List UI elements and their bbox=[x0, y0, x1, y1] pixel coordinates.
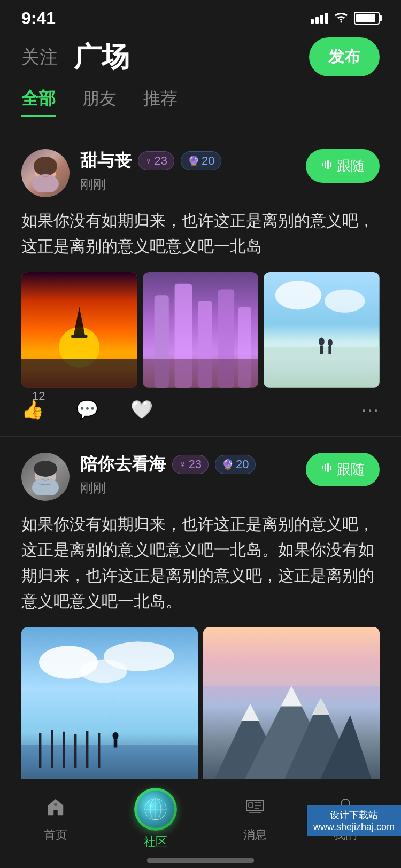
comment-icon: 💬 bbox=[76, 399, 98, 420]
svg-point-5 bbox=[48, 168, 51, 173]
home-indicator bbox=[147, 858, 254, 863]
post-user-info: 甜与丧 ♀ 23 🔮 20 刚刚 bbox=[80, 149, 306, 193]
svg-rect-44 bbox=[39, 733, 41, 768]
svg-point-24 bbox=[325, 290, 365, 313]
wifi-icon bbox=[334, 10, 349, 27]
post-header: 陪你去看海 ♀ 23 🔮 20 刚刚 bbox=[21, 453, 380, 501]
image-grid bbox=[21, 272, 380, 388]
svg-rect-51 bbox=[114, 739, 118, 747]
post-header: 甜与丧 ♀ 23 🔮 20 刚刚 跟 bbox=[21, 149, 380, 197]
username-row: 甜与丧 ♀ 23 🔮 20 bbox=[80, 149, 306, 173]
post-actions: 12 👍 💬 🤍 ··· bbox=[21, 399, 380, 420]
post-time: 刚刚 bbox=[80, 479, 306, 497]
svg-rect-7 bbox=[325, 161, 326, 168]
avatar[interactable] bbox=[21, 149, 70, 197]
heart-icon: 🤍 bbox=[130, 399, 153, 420]
status-icons bbox=[311, 10, 380, 27]
nav-messages[interactable]: 消息 bbox=[243, 795, 267, 843]
post-content: 如果你没有如期归来，也许这正是离别的意义吧，这正是离别的意义吧意义吧一北岛 bbox=[21, 208, 380, 259]
tab-all[interactable]: 全部 bbox=[21, 87, 56, 117]
svg-rect-67 bbox=[249, 803, 253, 807]
svg-point-61 bbox=[54, 803, 57, 806]
svg-rect-49 bbox=[98, 733, 100, 768]
tab-friends[interactable]: 朋友 bbox=[82, 87, 117, 117]
home-icon bbox=[44, 795, 67, 824]
svg-rect-12 bbox=[21, 359, 137, 388]
svg-rect-38 bbox=[330, 466, 331, 470]
badge-level: 🔮 20 bbox=[215, 455, 256, 474]
svg-rect-35 bbox=[322, 466, 323, 469]
svg-rect-8 bbox=[327, 160, 329, 169]
tab-recommend[interactable]: 推荐 bbox=[143, 87, 178, 117]
status-time: 9:41 bbox=[21, 9, 56, 28]
watermark: 设计下载站 www.shejizhaj.com bbox=[307, 805, 401, 836]
header-follow-tab[interactable]: 关注 bbox=[21, 45, 58, 69]
svg-point-42 bbox=[80, 659, 127, 683]
svg-point-31 bbox=[34, 461, 57, 477]
status-bar: 9:41 bbox=[0, 0, 401, 32]
image-grid bbox=[21, 627, 380, 803]
badge-gender: ♀ 23 bbox=[138, 151, 174, 170]
post-username: 陪你去看海 bbox=[80, 453, 166, 476]
badge-gender: ♀ 23 bbox=[172, 455, 209, 474]
badge-level: 🔮 20 bbox=[181, 151, 221, 170]
svg-rect-46 bbox=[63, 731, 65, 768]
avatar[interactable] bbox=[21, 453, 70, 501]
follow-icon bbox=[321, 462, 333, 477]
post-image-3[interactable] bbox=[264, 272, 380, 388]
svg-rect-6 bbox=[322, 163, 323, 166]
comment-button[interactable]: 💬 bbox=[76, 399, 98, 420]
svg-rect-9 bbox=[330, 162, 331, 167]
post-image-1[interactable] bbox=[21, 272, 137, 388]
post-username: 甜与丧 bbox=[80, 149, 132, 173]
svg-rect-36 bbox=[325, 464, 326, 471]
post-user-info: 陪你去看海 ♀ 23 🔮 20 刚刚 bbox=[80, 453, 306, 497]
follow-button[interactable]: 跟随 bbox=[306, 149, 380, 183]
signal-icon bbox=[311, 13, 328, 24]
header: 关注 广场 发布 bbox=[0, 32, 401, 87]
svg-point-28 bbox=[328, 339, 333, 346]
svg-point-4 bbox=[40, 168, 43, 173]
svg-point-50 bbox=[113, 732, 119, 739]
svg-rect-21 bbox=[143, 359, 259, 388]
svg-point-0 bbox=[341, 21, 342, 22]
svg-point-23 bbox=[275, 281, 322, 309]
publish-button[interactable]: 发布 bbox=[309, 37, 380, 76]
svg-rect-45 bbox=[51, 730, 53, 768]
tab-bar: 全部 朋友 推荐 bbox=[0, 87, 401, 117]
nav-home-label: 首页 bbox=[44, 827, 67, 843]
svg-point-26 bbox=[319, 337, 325, 345]
community-button[interactable] bbox=[134, 788, 177, 831]
svg-rect-27 bbox=[320, 346, 323, 354]
svg-rect-29 bbox=[329, 346, 331, 354]
svg-point-2 bbox=[34, 157, 57, 176]
svg-rect-37 bbox=[327, 463, 329, 472]
nav-messages-label: 消息 bbox=[243, 827, 267, 843]
post-time: 刚刚 bbox=[80, 176, 306, 193]
favorite-button[interactable]: 🤍 bbox=[130, 399, 153, 420]
like-button[interactable]: 12 👍 bbox=[21, 399, 44, 420]
nav-home[interactable]: 首页 bbox=[44, 795, 67, 843]
nav-community[interactable]: 社区 bbox=[134, 788, 177, 850]
svg-rect-14 bbox=[71, 335, 87, 338]
more-button[interactable]: ··· bbox=[361, 399, 380, 420]
svg-point-33 bbox=[40, 472, 43, 476]
nav-community-label: 社区 bbox=[144, 834, 167, 850]
svg-rect-60 bbox=[203, 627, 380, 686]
post-image-2[interactable] bbox=[203, 627, 380, 803]
post-image-2[interactable] bbox=[143, 272, 259, 388]
follow-icon bbox=[321, 159, 333, 174]
svg-rect-47 bbox=[74, 734, 76, 768]
username-row: 陪你去看海 ♀ 23 🔮 20 bbox=[80, 453, 306, 476]
post-image-1[interactable] bbox=[21, 627, 198, 803]
svg-rect-48 bbox=[86, 731, 88, 768]
messages-icon bbox=[243, 795, 267, 824]
svg-point-34 bbox=[48, 472, 51, 476]
follow-button[interactable]: 跟随 bbox=[306, 453, 380, 486]
battery-icon bbox=[354, 12, 380, 25]
post-card: 甜与丧 ♀ 23 🔮 20 刚刚 跟 bbox=[0, 133, 401, 436]
header-title: 广场 bbox=[74, 38, 129, 76]
post-content: 如果你没有如期归来，也许这正是离别的意义吧，这正是离别的意义吧意义吧一北岛。如果… bbox=[21, 511, 380, 614]
